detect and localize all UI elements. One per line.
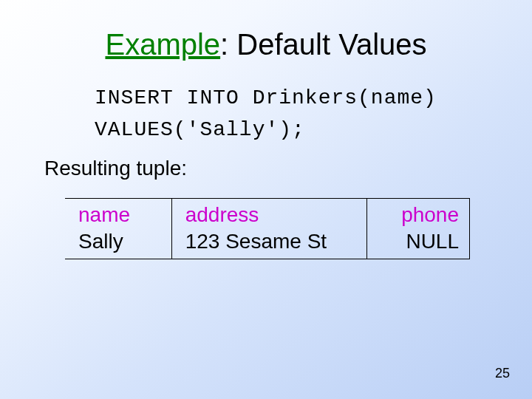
header-address: address xyxy=(185,202,367,228)
page-number: 25 xyxy=(495,366,510,381)
column-address: address 123 Sesame St xyxy=(172,198,368,260)
code-line-1: INSERT INTO Drinkers(name) xyxy=(95,86,437,109)
slide-title: Example: Default Values xyxy=(0,0,532,61)
title-rest: : Default Values xyxy=(220,28,426,61)
tuple-table: name Sally address 123 Sesame St phone N… xyxy=(65,198,470,260)
sql-code-block: INSERT INTO Drinkers(name) VALUES('Sally… xyxy=(95,82,532,146)
column-phone: phone NULL xyxy=(367,198,470,260)
column-name: name Sally xyxy=(65,198,172,260)
value-address: 123 Sesame St xyxy=(185,228,367,255)
title-word-example: Example xyxy=(105,28,220,61)
value-name: Sally xyxy=(78,228,171,255)
resulting-tuple-label: Resulting tuple: xyxy=(44,157,532,180)
header-phone: phone xyxy=(367,202,459,228)
value-phone: NULL xyxy=(367,228,459,255)
header-name: name xyxy=(78,202,171,228)
code-line-2: VALUES('Sally'); xyxy=(95,118,305,141)
